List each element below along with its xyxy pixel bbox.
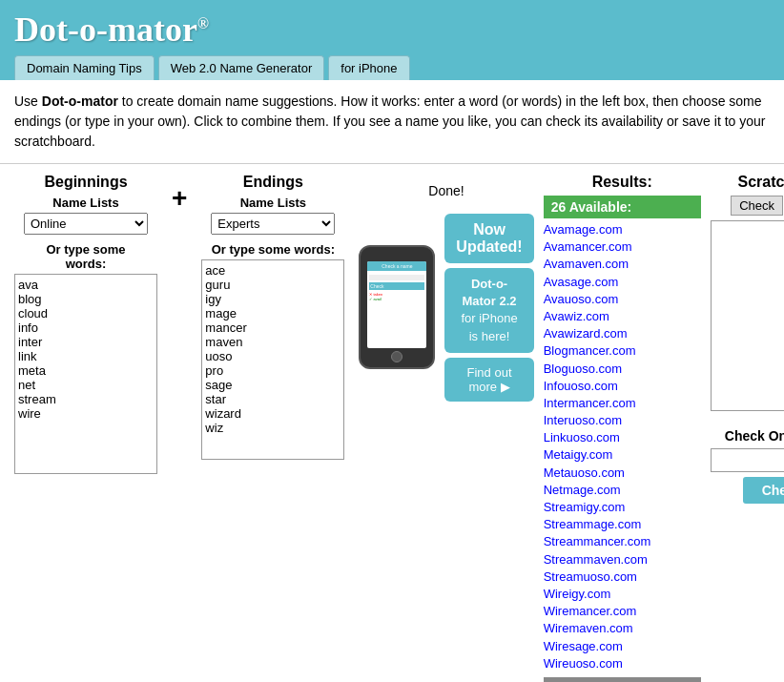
result-link[interactable]: Linkuoso.com	[544, 429, 701, 446]
list-item: Metauoso.com	[544, 465, 701, 482]
list-item: Interuoso.com	[544, 412, 701, 429]
result-link[interactable]: Streamuoso.com	[544, 568, 701, 586]
beginnings-select[interactable]: Online Tech Nature Business	[24, 213, 148, 235]
list-item: Streammancer.com	[544, 533, 701, 550]
scratchbox-title: Scratchbox:	[711, 174, 784, 191]
result-link[interactable]: Infouoso.com	[544, 378, 701, 395]
iphone-screen: Check a name Check ✕ taken ✓ avail	[367, 261, 426, 348]
list-item: Avamancer.com	[544, 238, 701, 256]
list-item: Wireuoso.com	[544, 655, 701, 672]
results-panel: Results: 26 Available: Avamage.com Avama…	[544, 174, 701, 682]
list-item: Avawiz.com	[544, 308, 701, 325]
list-item: Streamuoso.com	[544, 568, 701, 586]
iphone-image: Check a name Check ✕ taken ✓ avail	[359, 245, 435, 369]
list-item: Netmage.com	[544, 482, 701, 499]
result-link[interactable]: Avawiz.com	[544, 308, 701, 325]
list-item: Wiremancer.com	[544, 603, 701, 620]
endings-select[interactable]: Experts Tech Nature Business	[211, 213, 335, 235]
iphone-home-button	[391, 351, 402, 362]
check-scratchbox-button[interactable]: Check	[731, 196, 783, 216]
plus-sign: +	[167, 183, 192, 214]
endings-title: Endings	[243, 174, 303, 191]
beginnings-words-input[interactable]: ava blog cloud info inter link meta net …	[14, 274, 157, 474]
results-title: Results:	[544, 174, 701, 191]
app-line2: for iPhone is here!	[461, 311, 517, 342]
list-item: Avamage.com	[544, 221, 701, 238]
result-link[interactable]: Metauoso.com	[544, 465, 701, 482]
scratchbox-textarea[interactable]	[711, 220, 784, 411]
list-item: Bloguoso.com	[544, 361, 701, 378]
result-link[interactable]: Avasage.com	[544, 274, 701, 291]
description: Use Dot-o-mator to create domain name su…	[0, 80, 784, 164]
iphone-screen-header: Check a name	[367, 261, 426, 271]
result-link[interactable]: Streamigy.com	[544, 499, 701, 516]
result-link[interactable]: Metaigy.com	[544, 446, 701, 464]
list-item: Blogmancer.com	[544, 342, 701, 360]
check-one-name-label: Check One Name:	[711, 428, 784, 444]
result-link[interactable]: Streammaven.com	[544, 551, 701, 568]
tab-web20-name-generator[interactable]: Web 2.0 Name Generator	[158, 55, 325, 80]
list-item: Avauoso.com	[544, 291, 701, 308]
promo-text: Now Updated! Dot-o-Mator 2.2 for iPhone …	[444, 214, 533, 402]
endings-column: Endings Name Lists Experts Tech Nature B…	[201, 174, 344, 682]
nav-tabs: Domain Naming Tips Web 2.0 Name Generato…	[14, 55, 770, 80]
result-link[interactable]: Blogmancer.com	[544, 342, 701, 360]
beginnings-column: Beginnings Name Lists Online Tech Nature…	[14, 174, 157, 682]
now-updated-button[interactable]: Now Updated!	[444, 214, 533, 263]
app-line1: Dot-o-Mator 2.2	[462, 277, 516, 308]
scratchbox-panel: Scratchbox: Check Clear Check One Name: …	[711, 174, 784, 682]
results-list: Avamage.com Avamancer.com Avamaven.com A…	[544, 221, 701, 672]
result-link[interactable]: Wiremancer.com	[544, 603, 701, 620]
iphone-promo: Check a name Check ✕ taken ✓ avail Now U…	[359, 214, 533, 402]
check-one-button[interactable]: Check	[743, 477, 784, 504]
beginnings-or-type-label: Or type somewords:	[46, 242, 125, 271]
endings-words-input[interactable]: ace guru igy mage mancer maven uoso pro …	[201, 259, 344, 460]
list-item: Avawizard.com	[544, 325, 701, 342]
list-item: Avasage.com	[544, 274, 701, 291]
list-item: Streamigy.com	[544, 499, 701, 516]
tab-for-iphone[interactable]: for iPhone	[328, 55, 409, 80]
list-item: Avamaven.com	[544, 256, 701, 273]
beginnings-name-lists-label: Name Lists	[52, 196, 118, 210]
done-area: Done! Check a name Check ✕ taken ✓ avail…	[354, 183, 533, 682]
header: Dot-o-mator® Domain Naming Tips Web 2.0 …	[0, 0, 784, 80]
beginnings-title: Beginnings	[44, 174, 127, 191]
result-link[interactable]: Avauoso.com	[544, 291, 701, 308]
check-one-input[interactable]	[711, 448, 784, 472]
list-item: Streammaven.com	[544, 551, 701, 568]
result-link[interactable]: Bloguoso.com	[544, 361, 701, 378]
find-out-button[interactable]: Find out more ▶	[444, 358, 533, 402]
result-link[interactable]: Streammancer.com	[544, 533, 701, 550]
result-link[interactable]: Avamage.com	[544, 221, 701, 238]
result-link[interactable]: Wiresage.com	[544, 638, 701, 655]
list-item: Wireigy.com	[544, 586, 701, 603]
result-link[interactable]: Interuoso.com	[544, 412, 701, 429]
app-info-button[interactable]: Dot-o-Mator 2.2 for iPhone is here!	[444, 268, 533, 353]
result-link[interactable]: Avamaven.com	[544, 256, 701, 273]
tab-domain-naming-tips[interactable]: Domain Naming Tips	[14, 55, 155, 80]
main-content: Beginnings Name Lists Online Tech Nature…	[0, 164, 784, 682]
result-link[interactable]: Avawizard.com	[544, 325, 701, 342]
brand-name: Dot-o-mator	[42, 93, 118, 109]
available-header: 26 Available:	[544, 196, 701, 218]
result-link[interactable]: Wiremaven.com	[544, 620, 701, 637]
list-item: Wiremaven.com	[544, 620, 701, 637]
result-link[interactable]: Avamancer.com	[544, 238, 701, 256]
list-item: Wiresage.com	[544, 638, 701, 655]
list-item: Streammage.com	[544, 516, 701, 533]
endings-or-type-label: Or type some words:	[212, 242, 335, 257]
result-link[interactable]: Netmage.com	[544, 482, 701, 499]
result-link[interactable]: Wireigy.com	[544, 586, 701, 603]
list-item: Infouoso.com	[544, 378, 701, 395]
done-label: Done!	[428, 183, 464, 198]
result-link[interactable]: Intermancer.com	[544, 395, 701, 412]
endings-name-lists-label: Name Lists	[240, 196, 306, 210]
list-item: Linkuoso.com	[544, 429, 701, 446]
result-link[interactable]: Wireuoso.com	[544, 655, 701, 672]
list-item: Intermancer.com	[544, 395, 701, 412]
result-link[interactable]: Streammage.com	[544, 516, 701, 533]
list-item: Metaigy.com	[544, 446, 701, 464]
taken-header: Taken:	[544, 677, 701, 682]
site-title: Dot-o-mator®	[14, 10, 770, 50]
scratchbox-buttons: Check Clear	[711, 196, 784, 216]
